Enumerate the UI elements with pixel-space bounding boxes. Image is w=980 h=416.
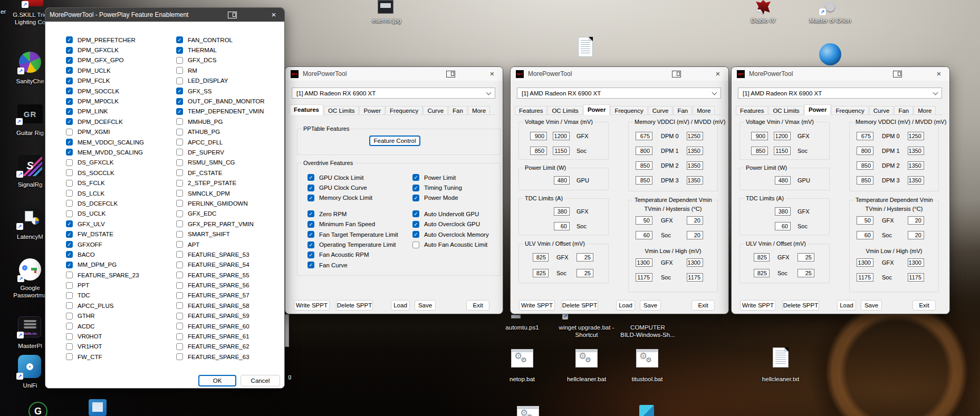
checkbox-feature-spare-62[interactable]: [176, 343, 183, 350]
desktop-icon-label[interactable]: hellcleaner.bat: [567, 376, 606, 382]
checkbox-gfx-per-part-vmin[interactable]: [176, 220, 183, 227]
vmin-low-soc-field[interactable]: 1175: [857, 273, 873, 282]
tvmin-soc-field[interactable]: 60: [857, 231, 873, 239]
hysteresis-gfx-field[interactable]: 20: [687, 216, 703, 225]
vddci-dpm-3-field[interactable]: 850: [857, 176, 873, 185]
desktop-icon-cube-cut[interactable]: [639, 405, 654, 416]
hysteresis-soc-field[interactable]: 20: [687, 231, 703, 239]
checkbox-ds-lclk[interactable]: [66, 190, 73, 197]
checkbox-ds-gfxclk[interactable]: [66, 159, 73, 166]
tab-fan[interactable]: Fan: [448, 106, 467, 115]
checkbox-ds-dcefclk[interactable]: [66, 200, 73, 207]
feature-control-button[interactable]: Feature Control: [369, 136, 420, 146]
vmax-gfx-field[interactable]: 1200: [553, 132, 570, 140]
desktop-icon-document[interactable]: [578, 37, 593, 57]
checkbox-mmhub-pg[interactable]: [176, 118, 183, 125]
checkbox-fan-acoustic-rpm[interactable]: ✓: [308, 251, 314, 258]
checkbox-fan-control[interactable]: ✓: [176, 36, 183, 43]
checkbox-feature-spare-61[interactable]: [176, 333, 183, 340]
mvdd-dpm-3-field[interactable]: 1350: [908, 176, 924, 185]
checkbox-gfx-ulv[interactable]: ✓: [66, 220, 73, 227]
desktop-icon-label[interactable]: Shortcut: [575, 332, 598, 338]
button-write-sppt[interactable]: Write SPPT: [519, 300, 555, 311]
checkbox-gpu-clock-limit[interactable]: ✓: [308, 174, 314, 181]
button-exit[interactable]: Exit: [912, 300, 936, 311]
desktop-icon-masterplus[interactable]: STERPLUS+↗: [18, 316, 41, 337]
checkbox-gpu-clock-curve[interactable]: ✓: [308, 185, 314, 191]
tab-features[interactable]: Features: [736, 106, 768, 115]
vmin-gfx-field[interactable]: 900: [530, 132, 547, 140]
desktop-icon-label[interactable]: Google: [20, 285, 40, 291]
desktop-icon-label[interactable]: LatencyM: [17, 234, 43, 240]
checkbox-fan-target-temperature-limit[interactable]: ✓: [308, 231, 314, 238]
checkbox-ds-fclk[interactable]: [66, 180, 73, 187]
desktop-icon-label[interactable]: MasterPl: [18, 343, 42, 349]
desktop-icon-blue-app[interactable]: [89, 399, 107, 416]
vmin-soc-field[interactable]: 850: [751, 147, 768, 155]
checkbox-dpm-dcefclk[interactable]: ✓: [66, 118, 73, 125]
tab-fan[interactable]: Fan: [673, 106, 692, 115]
mvdd-dpm-2-field[interactable]: 1350: [687, 161, 703, 170]
power-limit-field[interactable]: 480: [775, 176, 791, 185]
checkbox-vr1hot[interactable]: [66, 343, 73, 350]
checkbox-led-display[interactable]: [176, 78, 183, 84]
desktop-icon-label[interactable]: COMPUTER: [630, 324, 665, 331]
button-delete-sppt[interactable]: Delete SPPT: [336, 300, 373, 311]
tab-more[interactable]: More: [914, 106, 936, 115]
desktop-icon-blue-swirl[interactable]: [819, 43, 841, 65]
mvdd-dpm-1-field[interactable]: 1350: [908, 147, 924, 155]
checkbox-dpm-uclk[interactable]: ✓: [66, 67, 73, 74]
device-select[interactable]: [1] AMD Radeon RX 6900 XT: [738, 88, 942, 99]
checkbox-ds-socclk[interactable]: [66, 169, 73, 176]
ulv-offset-gfx-field[interactable]: 25: [577, 253, 593, 262]
vddci-dpm-2-field[interactable]: 850: [857, 161, 873, 170]
tdc-soc-field[interactable]: 60: [554, 222, 570, 230]
desktop-icon-google-password-manager[interactable]: ↗: [19, 258, 41, 280]
vmax-soc-field[interactable]: 1150: [774, 147, 791, 155]
checkbox-tdc[interactable]: [66, 292, 73, 299]
vmax-soc-field[interactable]: 1150: [553, 147, 570, 155]
vmin-high-gfx-field[interactable]: 1300: [687, 258, 703, 267]
tdc-gfx-field[interactable]: 380: [554, 207, 570, 216]
tvmin-gfx-field[interactable]: 50: [636, 216, 652, 225]
tab-fan[interactable]: Fan: [894, 106, 913, 115]
checkbox-fw-ctf[interactable]: [66, 353, 73, 360]
checkbox-dpm-socclk[interactable]: ✓: [66, 88, 73, 94]
tab-curve[interactable]: Curve: [423, 106, 448, 115]
desktop-icon-winget-upgrade-shortcut-fragment[interactable]: ↗: [562, 314, 568, 320]
button-delete-sppt[interactable]: Delete SPPT: [782, 300, 819, 311]
tab-oc-limits[interactable]: OC Limits: [768, 106, 803, 115]
close-icon[interactable]: ×: [486, 67, 498, 80]
desktop-icon-bat-cut[interactable]: ⚙⚙: [517, 406, 539, 416]
desktop-icon-hellcleaner-bat[interactable]: ⚙⚙: [575, 349, 598, 367]
vddci-dpm-0-field[interactable]: 675: [636, 132, 652, 140]
checkbox-feature-spare-60[interactable]: [176, 323, 183, 330]
vmin-high-soc-field[interactable]: 1175: [687, 273, 703, 282]
checkbox-acdc[interactable]: [66, 323, 73, 330]
mvdd-dpm-2-field[interactable]: 1350: [908, 161, 924, 170]
checkbox-mem-mvdd-scaling[interactable]: ✓: [66, 149, 73, 156]
ok-button[interactable]: OK: [198, 375, 236, 386]
checkbox-apcc-plus[interactable]: [66, 302, 73, 309]
checkbox-dpm-xgmi[interactable]: [66, 129, 73, 136]
mvdd-dpm-1-field[interactable]: 1350: [687, 147, 703, 155]
checkbox-mem-vddci-scaling[interactable]: ✓: [66, 139, 73, 146]
device-select[interactable]: [1] AMD Radeon RX 6900 XT: [292, 88, 495, 99]
checkbox-feature-spare-59[interactable]: [176, 313, 183, 320]
desktop-icon-hellcleaner-txt[interactable]: [773, 347, 789, 367]
button-save[interactable]: Save: [861, 300, 882, 311]
checkbox-dpm-link[interactable]: ✓: [66, 108, 73, 115]
tab-power[interactable]: Power: [804, 104, 831, 115]
desktop-icon-label[interactable]: automtu.ps1: [505, 324, 539, 331]
desktop-icon-label[interactable]: winget upgrade.bat -: [559, 324, 614, 331]
vddci-dpm-1-field[interactable]: 800: [636, 147, 652, 155]
desktop-icon-label[interactable]: Lighting Co: [15, 19, 45, 25]
checkbox-feature-spare-55[interactable]: [176, 272, 183, 278]
window-titlebar[interactable]: MPTMorePowerTool×: [732, 67, 949, 81]
vddci-dpm-0-field[interactable]: 675: [857, 132, 873, 140]
checkbox-dpm-gfx-gpo[interactable]: ✓: [66, 57, 73, 64]
desktop-icon-label[interactable]: G.SKILL Trid: [13, 12, 47, 18]
ulv-offset-gfx-field[interactable]: 25: [798, 253, 814, 262]
vmin-high-soc-field[interactable]: 1175: [908, 273, 924, 282]
button-write-sppt[interactable]: Write SPPT: [740, 300, 776, 311]
